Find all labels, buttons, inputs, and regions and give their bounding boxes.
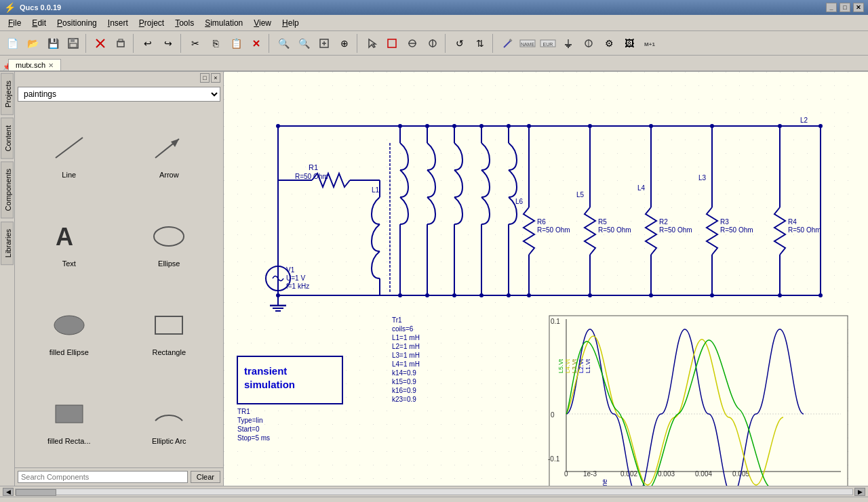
maximize-btn[interactable]: □ xyxy=(840,3,850,12)
new-btn[interactable]: 📄 xyxy=(3,34,22,53)
palette-elliptic-arc-label: Elliptic Arc xyxy=(152,437,186,445)
schematic-area[interactable]: R1 R=50 Ohm V1 U=1 V f=1 kHz xyxy=(224,72,868,486)
svg-text:R=50 Ohm: R=50 Ohm xyxy=(720,226,753,234)
palette-line[interactable]: Line xyxy=(20,110,118,196)
sidetab-components[interactable]: Components xyxy=(1,161,14,218)
svg-text:Tr1: Tr1 xyxy=(392,316,402,324)
zoom-fit-btn[interactable] xyxy=(315,34,334,53)
svg-point-152 xyxy=(425,293,429,297)
toolbar: 📄 📂 💾 ↩ ↪ ✂ ⎘ 📋 🔍 🔍 ⊕ ↺ ⇅ NAME xyxy=(0,31,868,56)
main-area: Projects Content Components Libraries □ … xyxy=(0,72,868,486)
sep6 xyxy=(445,34,448,53)
sep3 xyxy=(180,34,183,53)
palette-text[interactable]: A Text xyxy=(20,198,118,285)
svg-text:k14=0.9: k14=0.9 xyxy=(392,369,416,377)
sep4 xyxy=(269,34,271,53)
palette-filled-rect[interactable]: filled Recta... xyxy=(20,376,118,462)
menu-edit[interactable]: Edit xyxy=(26,17,52,29)
simulate-btn[interactable]: M+1 xyxy=(640,34,659,53)
flip-btn[interactable]: ⇅ xyxy=(471,34,490,53)
palette-rectangle[interactable]: Rectangle xyxy=(121,287,218,373)
svg-text:TR1: TR1 xyxy=(237,408,250,415)
svg-text:R5: R5 xyxy=(598,218,607,226)
svg-text:L1.Vt: L1.Vt xyxy=(585,358,591,373)
svg-text:simulation: simulation xyxy=(244,379,295,390)
svg-text:L4.Vt: L4.Vt xyxy=(564,358,571,373)
svg-text:V1: V1 xyxy=(286,266,295,274)
export-btn[interactable]: 🖼 xyxy=(620,34,639,53)
undo-btn[interactable]: ↩ xyxy=(138,34,157,53)
scroll-right-btn[interactable]: ▶ xyxy=(854,488,865,496)
value-btn[interactable]: EUR xyxy=(538,34,557,53)
menu-tools[interactable]: Tools xyxy=(170,17,199,29)
label-btn[interactable] xyxy=(423,34,442,53)
palette-filled-ellipse[interactable]: filled Ellipse xyxy=(20,287,118,373)
panel-float-btn[interactable]: □ xyxy=(200,73,210,83)
palette-arrow[interactable]: Arrow xyxy=(121,110,218,196)
name-btn[interactable]: NAME xyxy=(518,34,537,53)
print-btn[interactable] xyxy=(111,34,130,53)
svg-point-35 xyxy=(54,316,84,335)
svg-point-141 xyxy=(452,124,456,128)
port-btn[interactable] xyxy=(579,34,598,53)
svg-text:k23=0.9: k23=0.9 xyxy=(392,396,416,403)
palette-filled-rect-label: filled Recta... xyxy=(47,437,91,445)
menu-help[interactable]: Help xyxy=(277,17,304,29)
zoom-in-btn[interactable]: 🔍 xyxy=(274,34,293,53)
category-select[interactable]: paintings lumped components sources tran… xyxy=(18,87,220,102)
sidetab-content[interactable]: Content xyxy=(1,118,14,159)
sidetab-libraries[interactable]: Libraries xyxy=(1,222,14,265)
zoom-select-btn[interactable]: ⊕ xyxy=(335,34,354,53)
title-text: Qucs 0.0.19 xyxy=(20,3,61,12)
paint-btn[interactable] xyxy=(498,34,517,53)
zoom-out-btn[interactable]: 🔍 xyxy=(294,34,313,53)
sidetab-projects[interactable]: Projects xyxy=(1,73,14,115)
svg-text:k16=0.9: k16=0.9 xyxy=(392,387,416,394)
settings-btn[interactable]: ⚙ xyxy=(599,34,618,53)
close-doc-btn[interactable] xyxy=(91,34,110,53)
svg-point-153 xyxy=(452,293,456,297)
redo-btn[interactable]: ↪ xyxy=(159,34,178,53)
palette-elliptic-arc[interactable]: Elliptic Arc xyxy=(121,376,218,462)
copy-btn[interactable]: ⎘ xyxy=(206,34,225,53)
svg-point-155 xyxy=(507,293,511,297)
menu-file[interactable]: File xyxy=(3,17,26,29)
svg-text:U=1 V: U=1 V xyxy=(286,274,305,282)
search-input[interactable] xyxy=(18,471,188,483)
menu-view[interactable]: View xyxy=(248,17,277,29)
clear-button[interactable]: Clear xyxy=(191,471,220,483)
open-btn[interactable]: 📂 xyxy=(23,34,42,53)
minimize-btn[interactable]: _ xyxy=(826,3,837,12)
menu-project[interactable]: Project xyxy=(134,17,170,29)
svg-point-157 xyxy=(588,293,592,297)
rotate-btn[interactable]: ↺ xyxy=(450,34,469,53)
svg-text:f=1 kHz: f=1 kHz xyxy=(286,283,309,290)
svg-text:L3.Vt: L3.Vt xyxy=(571,358,578,373)
save-btn[interactable]: 💾 xyxy=(43,34,62,53)
saveas-btn[interactable] xyxy=(64,34,83,53)
close-btn[interactable]: ✕ xyxy=(853,3,864,12)
paste-btn[interactable]: 📋 xyxy=(226,34,245,53)
menu-positioning[interactable]: Positioning xyxy=(52,17,102,29)
node-btn[interactable] xyxy=(403,34,422,53)
tab-close-btn[interactable]: ✕ xyxy=(48,62,54,69)
ground-btn[interactable] xyxy=(559,34,578,53)
wire-btn[interactable] xyxy=(382,34,401,53)
scroll-left-btn[interactable]: ◀ xyxy=(3,488,14,496)
panel-close-btn[interactable]: × xyxy=(211,73,220,83)
menu-insert[interactable]: Insert xyxy=(102,17,134,29)
delete-btn[interactable] xyxy=(247,34,266,53)
select-btn[interactable] xyxy=(362,34,381,53)
scroll-track[interactable] xyxy=(15,488,853,495)
menubar: File Edit Positioning Insert Project Too… xyxy=(0,15,868,31)
palette-ellipse[interactable]: Ellipse xyxy=(121,198,218,285)
svg-text:A: A xyxy=(56,223,73,251)
tab-mutx[interactable]: mutx.sch ✕ xyxy=(8,59,61,70)
menu-simulation[interactable]: Simulation xyxy=(199,17,248,29)
scroll-thumb[interactable] xyxy=(16,489,56,496)
search-bar: Clear xyxy=(15,467,223,486)
horizontal-scrollbar[interactable]: ◀ ▶ xyxy=(0,486,868,497)
palette-arrow-label: Arrow xyxy=(159,171,179,179)
palette-text-label: Text xyxy=(62,259,76,268)
cut-btn[interactable]: ✂ xyxy=(186,34,205,53)
